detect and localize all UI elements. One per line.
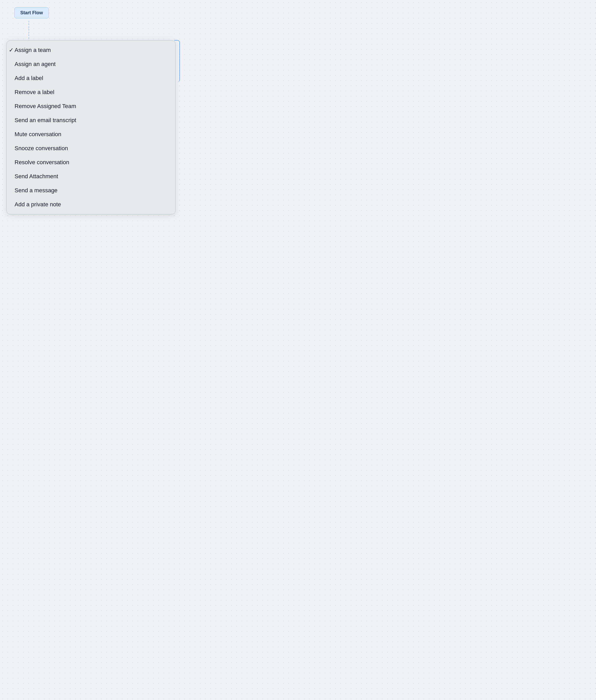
- menu-item-label: Remove a label: [15, 89, 54, 96]
- menu-item-label: Assign an agent: [15, 61, 56, 68]
- menu-item-send-message[interactable]: Send a message: [7, 183, 175, 198]
- menu-item-send-email-transcript[interactable]: Send an email transcript: [7, 113, 175, 127]
- menu-item-add-private-note[interactable]: Add a private note: [7, 198, 175, 211]
- menu-item-mute-conversation[interactable]: Mute conversation: [7, 127, 175, 141]
- menu-item-label: Assign a team: [15, 47, 51, 54]
- menu-item-label: Send a message: [15, 187, 57, 194]
- menu-item-add-label[interactable]: Add a label: [7, 71, 175, 85]
- menu-item-label: Remove Assigned Team: [15, 103, 76, 110]
- menu-item-label: Snooze conversation: [15, 145, 68, 152]
- start-flow-node[interactable]: Start Flow: [14, 7, 49, 19]
- menu-item-label: Add a private note: [15, 201, 61, 208]
- menu-item-snooze-conversation[interactable]: Snooze conversation: [7, 141, 175, 155]
- menu-item-label: Add a label: [15, 75, 43, 82]
- menu-item-assign-team[interactable]: ✓Assign a team: [7, 43, 175, 57]
- menu-item-label: Resolve conversation: [15, 159, 69, 166]
- connector-line: [29, 21, 29, 42]
- menu-item-resolve-conversation[interactable]: Resolve conversation: [7, 155, 175, 170]
- menu-item-send-attachment[interactable]: Send Attachment: [7, 170, 175, 183]
- menu-item-remove-label[interactable]: Remove a label: [7, 85, 175, 99]
- menu-item-remove-assigned-team[interactable]: Remove Assigned Team: [7, 99, 175, 113]
- menu-item-label: Send an email transcript: [15, 117, 76, 124]
- menu-item-label: Mute conversation: [15, 131, 61, 138]
- checkmark-icon: ✓: [9, 47, 14, 54]
- menu-item-label: Send Attachment: [15, 173, 58, 180]
- menu-item-assign-agent[interactable]: Assign an agent: [7, 57, 175, 71]
- action-dropdown: ✓Assign a teamAssign an agentAdd a label…: [6, 40, 176, 214]
